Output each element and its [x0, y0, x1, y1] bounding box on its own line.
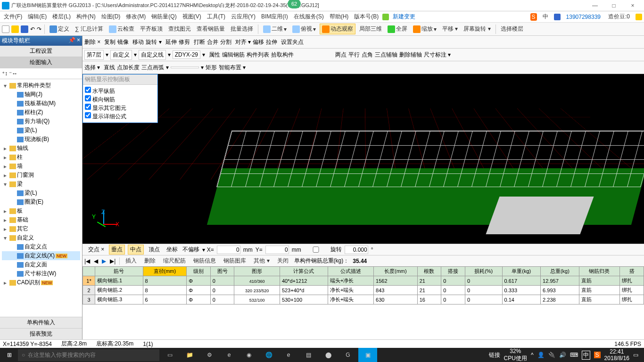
tab-project-settings[interactable]: 工程设置: [0, 46, 82, 57]
close-panel-button[interactable]: 关闭: [275, 256, 290, 265]
tree-item[interactable]: ▸其它: [2, 224, 80, 233]
tray-keyboard-icon[interactable]: ⌨: [570, 352, 578, 358]
zoom-button[interactable]: 缩放▾: [411, 24, 438, 34]
3d-viewport[interactable]: Z X Y 钢筋显示控制面板 水平纵筋 横向钢筋 显示其它图元 显示详细公式: [83, 74, 644, 244]
tray-sogou-icon[interactable]: S: [594, 352, 601, 358]
tree-item[interactable]: ▸柱: [2, 153, 80, 162]
checkbox-item[interactable]: 显示其它图元: [85, 104, 156, 112]
offset-select[interactable]: 不偏移: [182, 246, 199, 254]
scale-button[interactable]: 缩尺配筋: [161, 256, 188, 265]
report-preview-tab[interactable]: 报表预览: [0, 328, 82, 339]
app-icon-6[interactable]: e: [279, 348, 298, 362]
app-icon-8[interactable]: ⬤: [319, 348, 338, 362]
rotate-screen-button[interactable]: 屏幕旋转 ▾: [462, 24, 492, 34]
checkbox-item[interactable]: 显示详细公式: [85, 112, 156, 121]
fullscreen-button[interactable]: 全屏: [386, 24, 409, 34]
rect-button[interactable]: 矩形: [206, 64, 217, 72]
tree-item[interactable]: ▸墙: [2, 162, 80, 171]
orbit-button[interactable]: 动态观察: [320, 24, 355, 34]
close-button[interactable]: ×: [623, 2, 642, 9]
rotate-input[interactable]: [345, 246, 368, 254]
three-point-aux-button[interactable]: 三点辅轴: [375, 51, 397, 59]
tree-item[interactable]: ▸CAD识别NEW: [2, 278, 80, 287]
menu-edit[interactable]: 编辑(E): [26, 12, 49, 22]
redo-icon[interactable]: ↷: [37, 26, 41, 33]
table-header[interactable]: 长度(mm): [374, 267, 418, 276]
table-header[interactable]: 单重(kg): [502, 267, 541, 276]
menu-modify[interactable]: 修改(M): [124, 12, 148, 22]
cloud-check-button[interactable]: 云检查: [107, 24, 136, 34]
table-header[interactable]: 损耗(%): [465, 267, 502, 276]
2d-button[interactable]: 二维▾: [261, 24, 289, 34]
merge-button[interactable]: 合并: [207, 38, 218, 46]
menu-floor[interactable]: 楼层(L): [50, 12, 73, 22]
rotate-check[interactable]: [304, 247, 328, 253]
tree-item[interactable]: ▸轴线: [2, 144, 80, 153]
tree-item[interactable]: 自定义线(X)NEW: [2, 251, 80, 260]
point-length-button[interactable]: 点加长度: [117, 64, 140, 72]
menu-rebar[interactable]: 钢筋量(Q): [149, 12, 178, 22]
tree-item[interactable]: ▸门窗洞: [2, 171, 80, 180]
tree-item[interactable]: 圈梁(E): [2, 197, 80, 206]
table-header[interactable]: 计算公式: [280, 267, 328, 276]
table-header[interactable]: 公式描述: [328, 267, 374, 276]
tray-sound-icon[interactable]: 🔊: [559, 352, 566, 358]
tree-item[interactable]: ▾自定义: [2, 233, 80, 242]
align-button[interactable]: 对齐 ▾: [235, 38, 251, 46]
snap-vertex[interactable]: 顶点: [147, 245, 162, 254]
tree-item[interactable]: 框柱(Z): [2, 108, 80, 117]
code-select[interactable]: ZDYX-29: [173, 50, 200, 59]
grip-button[interactable]: 设置夹点: [281, 38, 304, 46]
menu-cloud[interactable]: 云应用(Y): [229, 12, 257, 22]
line-button[interactable]: 直线: [104, 64, 115, 72]
local-3d-button[interactable]: 局部三维: [357, 24, 384, 34]
snap-mid[interactable]: 中点: [128, 245, 144, 255]
table-header[interactable]: 搭: [620, 267, 644, 276]
menu-draw[interactable]: 绘图(D): [99, 12, 123, 22]
y-input[interactable]: [265, 246, 289, 254]
view-rebar-button[interactable]: 查看钢筋量: [195, 24, 227, 34]
rebar-table[interactable]: 筋号直径(mm)级别图号图形计算公式公式描述长度(mm)根数搭接损耗(%)单重(…: [83, 266, 644, 339]
undo-icon[interactable]: ↶: [30, 26, 35, 33]
rebar-lib-button[interactable]: 钢筋图库: [222, 256, 248, 265]
align-top-button[interactable]: 平齐板顶: [138, 24, 165, 34]
menu-online[interactable]: 在线服务(S): [292, 12, 326, 22]
new-change-button[interactable]: 新建变更: [391, 12, 417, 22]
tab-draw-input[interactable]: 绘图输入: [0, 57, 82, 68]
table-row[interactable]: 1*横向钢筋.18Φ0410/36040*d+1212端头+净长15622100…: [83, 276, 644, 286]
menu-bim[interactable]: BIM应用(I): [259, 12, 290, 22]
copy-button[interactable]: 复制: [104, 38, 116, 46]
open-icon[interactable]: [11, 25, 19, 33]
floor-select[interactable]: 第7层: [84, 50, 104, 60]
table-header[interactable]: 总重(kg): [541, 267, 579, 276]
break-button[interactable]: 打断: [194, 38, 205, 46]
stretch-button[interactable]: 拉伸: [266, 38, 277, 46]
tree-item[interactable]: ▸基础: [2, 215, 80, 224]
single-input-tab[interactable]: 单构件输入: [0, 317, 82, 328]
nav-last[interactable]: ▶|: [110, 258, 116, 264]
delete-row-button[interactable]: 删除: [142, 256, 157, 265]
app-icon-4[interactable]: ◉: [239, 348, 258, 362]
tray-up-icon[interactable]: ^: [531, 352, 534, 358]
link-tray[interactable]: 链接: [489, 351, 500, 359]
app-icon-2[interactable]: ⚙: [200, 348, 219, 362]
tree-item[interactable]: ▾梁: [2, 180, 80, 189]
rebar-info-button[interactable]: 钢筋信息: [191, 256, 218, 265]
maximize-button[interactable]: □: [604, 2, 623, 9]
smart-layout-button[interactable]: 智能布置 ▾: [219, 64, 246, 72]
sum-button[interactable]: ∑ 汇总计算: [73, 24, 105, 34]
table-header[interactable]: 筋号: [95, 267, 143, 276]
taskbar[interactable]: ⊞ ○ 在这里输入你要搜索的内容 ▭ 📁 ⚙ e ◉ 🌐 e ▤ ⬤ G ▣ 链…: [0, 348, 644, 362]
checkbox-item[interactable]: 水平纵筋: [85, 87, 156, 95]
menu-component[interactable]: 构件(N): [74, 12, 98, 22]
menu-view[interactable]: 视图(V): [181, 12, 203, 22]
select-floor-button[interactable]: 选择楼层: [499, 24, 525, 34]
tray-ime[interactable]: 中: [582, 351, 590, 360]
rotate-button[interactable]: 旋转 ▾: [146, 38, 161, 46]
arc-select[interactable]: [171, 66, 199, 68]
type-select[interactable]: 自定义: [110, 50, 132, 60]
tree-item[interactable]: 筏板基础(M): [2, 99, 80, 108]
app-icon-7[interactable]: ▤: [299, 348, 318, 362]
minimize-button[interactable]: —: [586, 2, 604, 9]
insert-button[interactable]: 插入: [124, 256, 139, 265]
